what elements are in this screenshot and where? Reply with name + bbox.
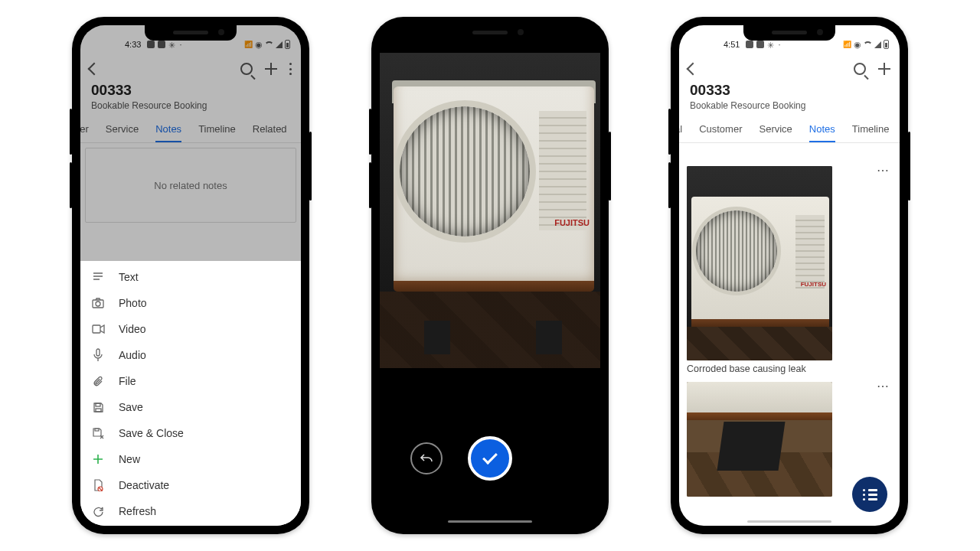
menu-video[interactable]: Video	[80, 316, 301, 342]
search-icon[interactable]	[854, 63, 866, 75]
tab-customer[interactable]: Customer	[699, 117, 742, 142]
menu-photo-label: Photo	[119, 297, 147, 309]
nav-home-bar[interactable]	[448, 520, 532, 523]
volume-up-button[interactable]	[70, 109, 72, 155]
note-overflow-icon[interactable]: ⋯	[877, 163, 890, 178]
notes-feed[interactable]: ⋯ FUJITSU Corroded base causing leak ⋯	[679, 158, 900, 526]
volume-up-button[interactable]	[668, 109, 671, 155]
menu-audio[interactable]: Audio	[80, 342, 301, 368]
menu-refresh[interactable]: Refresh	[80, 498, 301, 524]
plus-icon	[91, 452, 105, 466]
volume-down-button[interactable]	[70, 162, 72, 208]
brand-label: FUJITSU	[801, 281, 826, 288]
phone-3-frame: 4:51 ✳· 📶◉ 00333 Bookable Resource Booki…	[671, 17, 908, 534]
check-icon	[482, 449, 498, 465]
retake-button[interactable]	[410, 442, 443, 474]
volume-down-button[interactable]	[668, 162, 671, 208]
svg-point-1	[96, 302, 100, 306]
note-card-1[interactable]: ⋯ FUJITSU Corroded base causing leak	[687, 166, 892, 374]
note-caption: Corroded base causing leak	[687, 364, 892, 374]
power-button[interactable]	[908, 132, 910, 201]
svg-rect-4	[96, 403, 100, 406]
menu-audio-label: Audio	[119, 349, 146, 361]
tab-partial[interactable]: al	[679, 117, 682, 142]
phone-2-frame: FUJITSU	[371, 17, 609, 534]
phone-notch	[444, 25, 536, 41]
menu-new[interactable]: New	[80, 446, 301, 472]
record-header: 00333 Bookable Resource Booking	[679, 82, 900, 117]
phone-notch	[145, 25, 237, 41]
menu-deactivate-label: Deactivate	[119, 479, 169, 491]
menu-save-close[interactable]: Save & Close	[80, 420, 301, 446]
power-button[interactable]	[309, 132, 312, 201]
text-icon	[91, 270, 105, 284]
save-close-icon	[91, 426, 105, 440]
rusted-base	[394, 281, 594, 292]
video-icon	[91, 322, 105, 336]
phone-2-screen: FUJITSU	[380, 25, 600, 526]
volume-down-button[interactable]	[369, 162, 371, 208]
brand-label: FUJITSU	[554, 218, 590, 227]
nav-home-bar[interactable]	[747, 520, 831, 523]
menu-save-close-label: Save & Close	[119, 427, 184, 439]
ground-pavers	[380, 292, 600, 368]
tab-notes[interactable]: Notes	[809, 117, 835, 142]
menu-save-label: Save	[119, 401, 143, 413]
menu-file[interactable]: File	[80, 368, 301, 394]
modal-scrim[interactable]	[80, 25, 301, 261]
menu-photo[interactable]: Photo	[80, 290, 301, 316]
volume-up-button[interactable]	[369, 109, 371, 155]
paperclip-icon	[91, 374, 105, 388]
action-sheet: Text Photo Video Audio File Save Save & …	[80, 261, 301, 526]
deactivate-icon	[91, 478, 105, 492]
menu-text-label: Text	[119, 271, 139, 283]
menu-new-label: New	[119, 453, 140, 465]
phone-1-frame: 4:33 ✳· 📶◉ 00333 Bookable Resource Booki…	[72, 17, 309, 534]
list-fab-button[interactable]	[852, 477, 887, 512]
svg-rect-2	[93, 325, 100, 333]
camera-viewfinder[interactable]: FUJITSU	[380, 53, 600, 368]
menu-save[interactable]: Save	[80, 394, 301, 420]
back-icon[interactable]	[687, 63, 700, 76]
tab-service[interactable]: Service	[759, 117, 792, 142]
refresh-icon	[91, 504, 105, 518]
mic-icon	[91, 348, 105, 362]
save-icon	[91, 400, 105, 414]
list-icon	[863, 489, 877, 500]
note-thumbnail[interactable]: FUJITSU	[687, 166, 832, 360]
phone-3-screen: 4:51 ✳· 📶◉ 00333 Bookable Resource Booki…	[679, 25, 900, 526]
camera-controls	[380, 405, 600, 512]
record-title: 00333	[690, 82, 889, 99]
side-slats	[539, 111, 586, 230]
fan-grill	[400, 106, 530, 236]
confirm-capture-button[interactable]	[468, 436, 512, 481]
svg-rect-6	[95, 429, 99, 431]
power-button[interactable]	[609, 132, 611, 201]
phone-notch	[743, 25, 835, 41]
menu-deactivate[interactable]: Deactivate	[80, 472, 301, 498]
status-time: 4:51	[724, 40, 740, 49]
record-subtitle: Bookable Resource Booking	[690, 100, 889, 111]
svg-rect-3	[96, 349, 100, 356]
svg-rect-5	[96, 409, 101, 412]
tabs[interactable]: al Customer Service Notes Timeline	[679, 117, 900, 143]
note-thumbnail[interactable]	[687, 382, 832, 497]
tab-timeline[interactable]: Timeline	[852, 117, 890, 142]
camera-icon	[91, 296, 105, 310]
menu-file-label: File	[119, 375, 136, 387]
phone-1-screen: 4:33 ✳· 📶◉ 00333 Bookable Resource Booki…	[80, 25, 301, 526]
menu-text[interactable]: Text	[80, 264, 301, 290]
menu-refresh-label: Refresh	[119, 505, 156, 517]
page-header-actions	[679, 54, 900, 83]
note-overflow-icon[interactable]: ⋯	[877, 379, 890, 393]
menu-video-label: Video	[119, 323, 146, 335]
add-icon[interactable]	[878, 63, 890, 75]
